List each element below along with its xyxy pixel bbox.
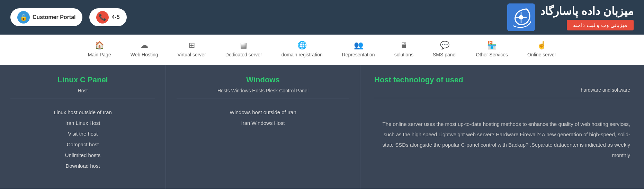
sidebar-item-representation[interactable]: 👥 Representation	[332, 35, 385, 65]
customer-portal-button[interactable]: 🔒 Customer Portal	[10, 8, 82, 26]
nav-label-representation: Representation	[342, 52, 375, 57]
nav-label-online-server: Online server	[527, 52, 556, 57]
phone-icon: 📞	[96, 11, 109, 24]
sidebar-item-web-hosting[interactable]: ☁ Web Hosting	[121, 35, 168, 65]
nav-label-domain-registration: domain registration	[281, 52, 323, 57]
sidebar-item-virtual-server[interactable]: ⊞ Virtual server	[168, 35, 216, 65]
linux-link-1[interactable]: Iran Linux Host	[65, 120, 100, 126]
brand-text-block: میزبان داده پاسارگاد میزبانی وب و ثبت دا…	[540, 4, 634, 30]
phone-label: 4-5	[111, 14, 119, 20]
svg-point-1	[519, 15, 524, 20]
nav-label-solutions: solutions	[394, 52, 413, 57]
home-icon: 🏠	[95, 41, 104, 50]
description-text: The online server uses the most up-to-da…	[374, 119, 630, 160]
people-icon: 👥	[354, 41, 363, 50]
linux-link-0[interactable]: Linux host outside of Iran	[54, 109, 112, 115]
sidebar-item-online-server[interactable]: ☝ Online server	[518, 35, 566, 65]
nav-label-main-page: Main Page	[88, 52, 111, 57]
windows-link-1[interactable]: Iran Windows Host	[241, 120, 285, 126]
panel-linux: Linux C Panel Host Linux host outside of…	[0, 65, 166, 189]
linux-subtitle: Host	[10, 88, 155, 99]
customer-portal-icon: 🔒	[17, 11, 30, 24]
header: 🔒 Customer Portal 📞 4-5 میزبان داده پاسا…	[0, 0, 644, 35]
chat-icon: 💬	[440, 41, 449, 50]
pointer-icon: ☝	[537, 41, 546, 50]
linux-link-3[interactable]: Compact host	[67, 141, 99, 147]
navbar: 🏠 Main Page ☁ Web Hosting ⊞ Virtual serv…	[0, 35, 644, 65]
sidebar-item-sms-panel[interactable]: 💬 SMS panel	[423, 35, 466, 65]
header-right: میزبان داده پاسارگاد میزبانی وب و ثبت دا…	[507, 3, 634, 31]
shop-icon: 🏪	[487, 41, 497, 50]
header-left: 🔒 Customer Portal 📞 4-5	[10, 8, 127, 26]
host-tech-subtitle: hardware and software	[374, 87, 630, 98]
nav-label-sms-panel: SMS panel	[433, 52, 456, 57]
divider-2	[166, 65, 166, 189]
nav-label-other-services: Other Services	[476, 52, 508, 57]
brand-logo: میزبان داده پاسارگاد میزبانی وب و ثبت دا…	[507, 3, 634, 31]
linux-title: Linux C Panel	[57, 75, 108, 84]
sidebar-item-other-services[interactable]: 🏪 Other Services	[466, 35, 518, 65]
host-tech-title: Host technology of used	[374, 75, 463, 84]
nav-label-dedicated-server: Dedicated server	[225, 52, 262, 57]
brand-name: میزبان داده پاسارگاد	[540, 4, 634, 18]
sidebar-item-solutions[interactable]: 🖥 solutions	[385, 35, 423, 65]
brand-subtitle: میزبانی وب و ثبت دامنه	[567, 20, 634, 30]
sidebar-item-main-page[interactable]: 🏠 Main Page	[78, 35, 121, 65]
linux-links: Linux host outside of Iran Iran Linux Ho…	[10, 109, 155, 169]
windows-title: Windows	[246, 75, 279, 84]
phone-button[interactable]: 📞 4-5	[89, 8, 126, 26]
linux-link-5[interactable]: Download host	[65, 163, 100, 169]
panel-description: Host technology of used hardware and sof…	[360, 65, 644, 189]
nav-label-virtual-server: Virtual server	[178, 52, 206, 57]
linux-link-2[interactable]: Visit the host	[68, 131, 98, 137]
linux-link-4[interactable]: Unlimited hosts	[65, 152, 101, 158]
divider-1	[360, 65, 360, 189]
windows-links: Windows host outside of Iran Iran Window…	[177, 109, 349, 126]
sidebar-item-domain-registration[interactable]: 🌐 domain registration	[272, 35, 332, 65]
windows-subtitle: Hosts Windows Hosts Plesk Control Panel	[177, 88, 349, 99]
panel-windows: Windows Hosts Windows Hosts Plesk Contro…	[166, 65, 360, 189]
cloud-icon: ☁	[141, 41, 148, 50]
globe-icon: 🌐	[297, 41, 307, 50]
monitor-icon: 🖥	[400, 41, 408, 50]
windows-link-0[interactable]: Windows host outside of Iran	[230, 109, 296, 115]
nav-items: 🏠 Main Page ☁ Web Hosting ⊞ Virtual serv…	[78, 35, 566, 65]
nav-label-web-hosting: Web Hosting	[131, 52, 158, 57]
brand-logo-icon	[507, 3, 535, 31]
sidebar-item-dedicated-server[interactable]: ▦ Dedicated server	[216, 35, 272, 65]
grid-icon: ⊞	[189, 41, 195, 50]
customer-portal-label: Customer Portal	[33, 14, 75, 20]
server-icon: ▦	[240, 41, 247, 50]
main-content: Host technology of used hardware and sof…	[0, 65, 644, 189]
